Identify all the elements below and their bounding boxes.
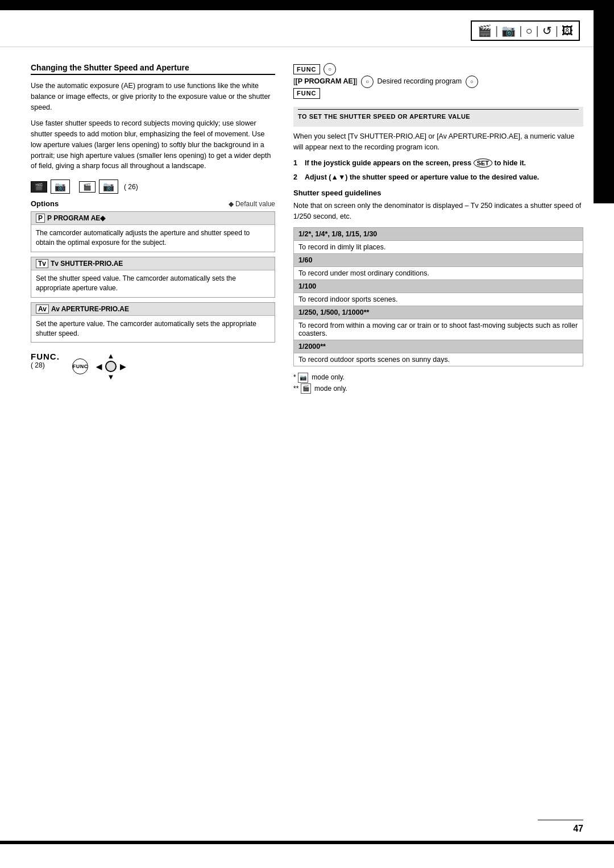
prog-ae-line: FUNC ○ [[P PROGRAM AE]] ○ Desired record… [293, 63, 583, 99]
shutter-note: Note that on screen only the denominator… [293, 201, 583, 222]
func-section: FUNC. ( 28) FUNC ▲ ▼ ◀ ▶ [31, 352, 275, 381]
movie-icon: 🎬 [478, 24, 492, 37]
option-box-aperture-prio-header: Av Av APERTURE-PRIO.AE [31, 303, 275, 316]
table-row: To record indoor sports scenes. [294, 293, 583, 306]
func-left: FUNC. ( 28) [31, 352, 60, 369]
footnote-2-text: mode only. [314, 385, 347, 393]
numbered-steps: 1 If the joystick guide appears on the s… [293, 158, 583, 183]
body-text-2: Use faster shutter speeds to record subj… [31, 118, 275, 172]
func-circle-right: ○ [323, 63, 336, 76]
option-box-shutter-prio-body: Set the shutter speed value. The camcord… [31, 270, 275, 297]
table-row: 1/60 [294, 254, 583, 267]
shutter-speed-cell: 1/2000** [294, 340, 583, 353]
shutter-desc-cell: To record outdoor sports scenes on sunny… [294, 353, 583, 366]
option-box-shutter-prio: Tv Tv SHUTTER-PRIO.AE Set the shutter sp… [31, 257, 275, 298]
shutter-desc-cell: To record indoor sports scenes. [294, 293, 583, 306]
joystick-up: ▲ [107, 352, 114, 360]
separator2: | [519, 24, 522, 37]
options-label: Options [31, 199, 59, 208]
func-box-right: FUNC [293, 64, 320, 75]
table-row: To record in dimly lit places. [294, 241, 583, 254]
bottom-bar [0, 841, 614, 844]
page-container: 🎬 | 📷 | ○ | ↺ | 🖼 Changing the Shutter S… [0, 0, 614, 868]
joystick-left: ◀ [96, 362, 102, 371]
func-sub: ( 28) [31, 361, 60, 369]
table-row: 1/250, 1/500, 1/1000** [294, 306, 583, 319]
shutter-speed-cell: 1/100 [294, 280, 583, 293]
mode-icon-movie: 🎬 [31, 181, 47, 193]
func-circle-desired: ○ [361, 76, 374, 88]
separator3: | [536, 24, 539, 37]
table-row: To record outdoor sports scenes on sunny… [294, 353, 583, 366]
footnote-1: * 📷 mode only. [293, 372, 583, 383]
step-1-num: 1 [293, 158, 301, 169]
set-shutter-heading: To set the shutter speed or aperture val… [298, 109, 579, 120]
step-1-text: If the joystick guide appears on the scr… [305, 158, 526, 169]
shutter-speed-cell: 1/250, 1/500, 1/1000** [294, 306, 583, 319]
top-bar [0, 0, 614, 10]
mode-icon-2: 🎬 [79, 181, 96, 193]
mode-icon-camera: 📷 [51, 180, 70, 194]
set-shutter-box: To set the shutter speed or aperture val… [293, 107, 583, 127]
right-accent-bar [594, 10, 614, 203]
func-label: FUNC. [31, 352, 60, 361]
mode-icon-camera-2: 📷 [99, 180, 118, 194]
option-box-program-ae-header: P P PROGRAM AE◆ [31, 212, 275, 225]
program-ae-icon: P [36, 214, 45, 223]
footnotes: * 📷 mode only. ** 🎬 mode only. [293, 372, 583, 394]
step-2: 2 Adjust (▲▼) the shutter speed or apert… [293, 172, 583, 183]
option-box-program-ae-body: The camcorder automatically adjusts the … [31, 225, 275, 252]
step-1: 1 If the joystick guide appears on the s… [293, 158, 583, 169]
shutter-desc-cell: To record in dimly lit places. [294, 241, 583, 254]
icons-header: 🎬 | 📷 | ○ | ↺ | 🖼 [0, 10, 614, 47]
func-page-ref: ( 28) [31, 361, 60, 369]
page-ref: ( 26) [124, 183, 138, 191]
default-value-label: ◆ Default value [229, 200, 275, 208]
joystick-right: ▶ [120, 362, 126, 371]
video-footnote-icon: 🎬 [301, 383, 311, 394]
set-button: SET [474, 158, 492, 168]
table-row: 1/2000** [294, 340, 583, 353]
joystick-group: ▲ ▼ ◀ ▶ [96, 352, 126, 381]
set-shutter-body: When you select [Tv SHUTTER-PRIO.AE] or … [293, 131, 583, 153]
page-number: 47 [538, 820, 583, 834]
right-column: FUNC ○ [[P PROGRAM AE]] ○ Desired record… [293, 63, 583, 394]
option-box-program-ae: P P PROGRAM AE◆ The camcorder automatica… [31, 211, 275, 252]
step-2-num: 2 [293, 172, 301, 183]
func-controls: FUNC ▲ ▼ ◀ ▶ [70, 352, 126, 381]
shutter-speed-table: 1/2*, 1/4*, 1/8, 1/15, 1/30To record in … [293, 227, 583, 366]
section-title: Changing the Shutter Speed and Aperture [31, 63, 275, 75]
table-row: 1/2*, 1/4*, 1/8, 1/15, 1/30 [294, 228, 583, 241]
program-ae-label: P PROGRAM AE◆ [47, 214, 105, 222]
frame-icon: 🖼 [562, 24, 573, 37]
func-box-right-2: FUNC [293, 88, 320, 99]
shutter-speed-cell: 1/60 [294, 254, 583, 267]
mode-icons-row: 🎬 📷 🎬 📷 ( 26) [31, 180, 275, 194]
table-row: To record under most ordinary conditions… [294, 267, 583, 280]
shutter-prio-label: Tv SHUTTER-PRIO.AE [51, 260, 123, 268]
rotate-icon: ↺ [542, 24, 552, 37]
step-1-bold-2: to hide it. [495, 159, 526, 167]
shutter-desc-cell: To record from within a moving car or tr… [294, 319, 583, 340]
func-btn-group: FUNC [70, 358, 88, 374]
prog-ae-text1: [P PROGRAM AE] [295, 77, 355, 85]
footnote-2: ** 🎬 mode only. [293, 383, 583, 394]
body-text-1: Use the automatic exposure (AE) program … [31, 81, 275, 112]
shutter-speed-cell: 1/2*, 1/4*, 1/8, 1/15, 1/30 [294, 228, 583, 241]
step-2-bold: Adjust (▲▼) the shutter speed or apertur… [305, 173, 539, 181]
joystick-center[interactable] [105, 361, 117, 372]
func-button[interactable]: FUNC [72, 358, 88, 374]
table-row: To record from within a moving car or tr… [294, 319, 583, 340]
func-circle-end: ○ [466, 76, 478, 88]
joystick-down: ▼ [107, 373, 114, 381]
shutter-prio-icon: Tv [36, 259, 48, 268]
option-box-aperture-prio: Av Av APERTURE-PRIO.AE Set the aperture … [31, 302, 275, 343]
aperture-prio-label: Av APERTURE-PRIO.AE [51, 305, 129, 313]
circle-icon: ○ [526, 24, 533, 37]
step-2-text: Adjust (▲▼) the shutter speed or apertur… [305, 172, 539, 183]
options-header: Options ◆ Default value [31, 199, 275, 208]
camera-icon: 📷 [501, 24, 516, 37]
footnote-1-text: mode only. [312, 373, 345, 381]
main-content: Changing the Shutter Speed and Aperture … [0, 47, 614, 394]
shutter-guidelines-title: Shutter speed guidelines [293, 189, 583, 197]
